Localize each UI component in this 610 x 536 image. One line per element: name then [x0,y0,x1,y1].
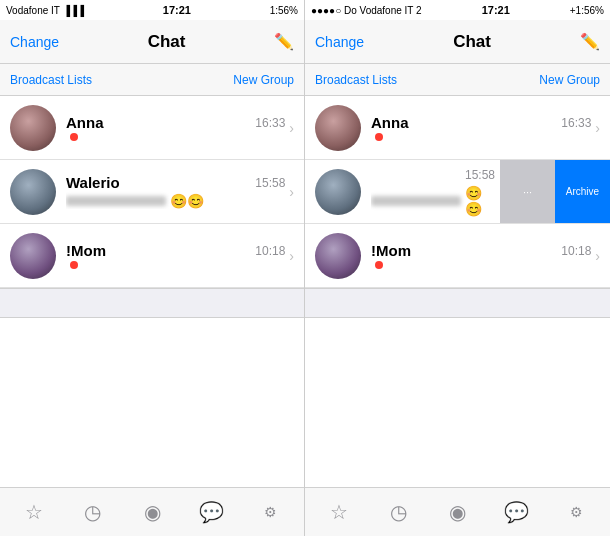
preview-walerio-right [371,196,461,206]
chat-name-anna-right: Anna [371,114,409,131]
swipe-actions-walerio: ··· Archive [500,160,610,223]
chat-list-right: Anna 16:33 › Walerio 15:58 😊😊 [305,96,610,487]
chat-item-mom-right[interactable]: !Mom 10:18 › [305,224,610,288]
change-btn-left[interactable]: Change [10,34,59,50]
chat-info-walerio-left: Walerio 15:58 😊😊 [66,174,285,209]
tab-contacts-left[interactable]: ◉ [122,488,181,536]
tab-settings-right[interactable]: ⚙ [547,488,606,536]
divider-right [305,288,610,318]
new-group-left[interactable]: New Group [233,73,294,87]
avatar-walerio-left [10,169,56,215]
clock-icon-right: ◷ [390,500,407,524]
tab-chat-left[interactable]: 💬 [182,488,241,536]
status-bar-right: ●●●●○ Do Vodafone IT 2 17:21 +1:56% [305,0,610,20]
signal-icon: ▐▐▐ [63,5,84,16]
chat-info-mom-right: !Mom 10:18 [371,242,591,269]
chat-icon-left: 💬 [199,500,224,524]
swipe-more-btn[interactable]: ··· [500,160,555,223]
chat-name-mom-left: !Mom [66,242,106,259]
chat-info-mom-left: !Mom 10:18 [66,242,285,269]
chat-time-walerio-right: 15:58 [465,168,495,182]
avatar-anna-right [315,105,361,151]
battery-text-right: +1:56% [570,5,604,16]
status-left: Vodafone IT ▐▐▐ [6,5,84,16]
tab-chat-right[interactable]: 💬 [487,488,546,536]
nav-bar-right: Change Chat ✏️ [305,20,610,64]
chat-time-mom-left: 10:18 [255,244,285,258]
nav-title-right: Chat [453,32,491,52]
sub-bar-right: Broadcast Lists New Group [305,64,610,96]
chat-item-walerio-left[interactable]: Walerio 15:58 😊😊 › [0,160,304,224]
broadcast-lists-right[interactable]: Broadcast Lists [315,73,397,87]
chat-time-anna-left: 16:33 [255,116,285,130]
edit-icon-right[interactable]: ✏️ [580,32,600,51]
chat-item-walerio-right[interactable]: Walerio 15:58 😊😊 ··· Archive [305,160,610,224]
chat-info-anna-left: Anna 16:33 [66,114,285,141]
right-panel: ●●●●○ Do Vodafone IT 2 17:21 +1:56% Chan… [305,0,610,536]
time-right: 17:21 [482,4,510,16]
chat-name-anna-left: Anna [66,114,104,131]
tab-favorites-right[interactable]: ☆ [309,488,368,536]
archive-label: Archive [566,186,599,197]
avatar-walerio-right [315,169,361,215]
emoji-walerio-left: 😊😊 [170,193,204,209]
chat-item-mom-left[interactable]: !Mom 10:18 › [0,224,304,288]
change-btn-right[interactable]: Change [315,34,364,50]
battery-right: +1:56% [570,5,604,16]
chat-info-walerio-right: Walerio 15:58 😊😊 [371,166,495,217]
tab-recents-right[interactable]: ◷ [368,488,427,536]
avatar-anna-left [10,105,56,151]
chat-item-anna-left[interactable]: Anna 16:33 › [0,96,304,160]
person-icon-right: ◉ [449,500,466,524]
chevron-walerio-left: › [289,184,294,200]
tab-contacts-right[interactable]: ◉ [428,488,487,536]
chevron-mom-right: › [595,248,600,264]
battery-left: 1:56% [270,5,298,16]
unread-anna-left [70,133,78,141]
chevron-anna-right: › [595,120,600,136]
chat-list-left: Anna 16:33 › Walerio 15:58 😊😊 [0,96,304,487]
status-left-right: ●●●●○ Do Vodafone IT 2 [311,5,422,16]
tab-settings-left[interactable]: ⚙ [241,488,300,536]
broadcast-lists-left[interactable]: Broadcast Lists [10,73,92,87]
tab-bar-right: ☆ ◷ ◉ 💬 ⚙ [305,487,610,536]
carrier-right: ●●●●○ Do Vodafone IT 2 [311,5,422,16]
person-icon-left: ◉ [144,500,161,524]
avatar-mom-left [10,233,56,279]
chat-time-mom-right: 10:18 [561,244,591,258]
star-icon-right: ☆ [330,500,348,524]
more-dots-icon: ··· [523,186,532,198]
new-group-right[interactable]: New Group [539,73,600,87]
tab-recents-left[interactable]: ◷ [63,488,122,536]
star-icon-left: ☆ [25,500,43,524]
emoji-walerio-right: 😊😊 [465,185,495,217]
chat-icon-right: 💬 [504,500,529,524]
chat-name-walerio-left: Walerio [66,174,120,191]
settings-icon-left: ⚙ [264,504,277,520]
unread-mom-left [70,261,78,269]
preview-walerio-left [66,196,166,206]
chat-info-anna-right: Anna 16:33 [371,114,591,141]
carrier-left: Vodafone IT [6,5,60,16]
nav-bar-left: Change Chat ✏️ [0,20,304,64]
swipe-archive-btn[interactable]: Archive [555,160,610,223]
unread-mom-right [375,261,383,269]
left-panel: Vodafone IT ▐▐▐ 17:21 1:56% Change Chat … [0,0,305,536]
divider-left [0,288,304,318]
chat-time-walerio-left: 15:58 [255,176,285,190]
avatar-mom-right [315,233,361,279]
nav-title-left: Chat [148,32,186,52]
edit-icon-left[interactable]: ✏️ [274,32,294,51]
tab-favorites-left[interactable]: ☆ [4,488,63,536]
status-bar-left: Vodafone IT ▐▐▐ 17:21 1:56% [0,0,304,20]
sub-bar-left: Broadcast Lists New Group [0,64,304,96]
time-left: 17:21 [163,4,191,16]
chevron-anna-left: › [289,120,294,136]
unread-anna-right [375,133,383,141]
chat-name-mom-right: !Mom [371,242,411,259]
tab-bar-left: ☆ ◷ ◉ 💬 ⚙ [0,487,304,536]
chat-item-anna-right[interactable]: Anna 16:33 › [305,96,610,160]
clock-icon-left: ◷ [84,500,101,524]
chat-time-anna-right: 16:33 [561,116,591,130]
battery-text-left: 1:56% [270,5,298,16]
